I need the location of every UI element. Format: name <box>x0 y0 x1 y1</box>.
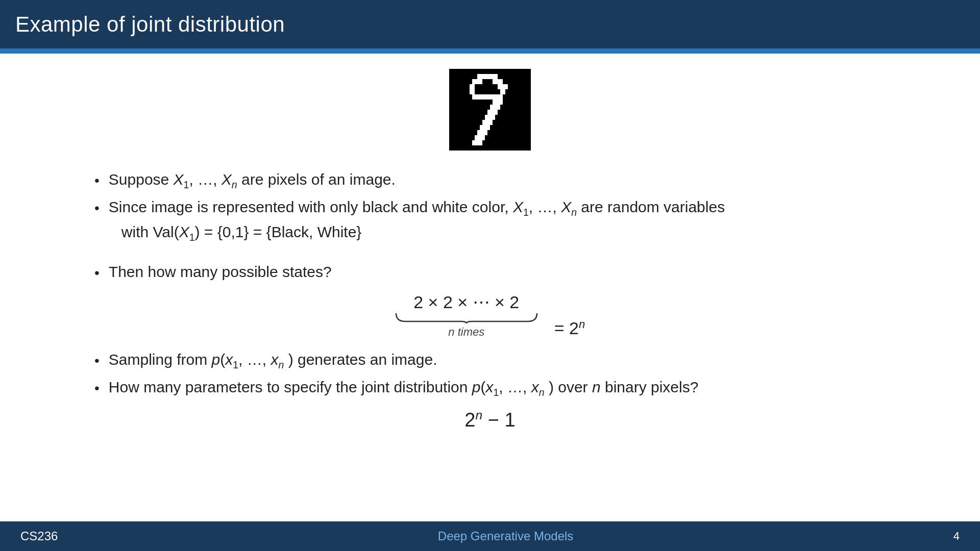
svg-rect-30 <box>480 125 485 130</box>
svg-rect-31 <box>485 125 490 130</box>
svg-rect-23 <box>495 105 500 110</box>
bullet-4: • Sampling from p(x1, …, xn ) generates … <box>94 348 886 372</box>
svg-rect-15 <box>477 94 482 99</box>
svg-rect-28 <box>482 120 487 125</box>
svg-rect-21 <box>498 99 503 105</box>
svg-rect-16 <box>482 94 487 99</box>
bullet-text-4: Sampling from p(x1, …, xn ) generates an… <box>109 348 437 372</box>
svg-rect-35 <box>480 135 485 140</box>
formula-product: 2 × 2 × ⋯ × 2 <box>413 292 519 312</box>
svg-rect-33 <box>482 130 487 135</box>
bullet-1: • Suppose X1, …, Xn are pixels of an ima… <box>94 168 886 192</box>
svg-rect-13 <box>500 89 505 94</box>
formula-states: 2 × 2 × ⋯ × 2 n times = 2n <box>94 292 886 339</box>
svg-rect-19 <box>498 94 503 99</box>
svg-rect-8 <box>498 79 503 84</box>
bullet-dot-3: • <box>94 262 100 284</box>
bullet-5: • How many parameters to specify the joi… <box>94 375 886 400</box>
svg-rect-36 <box>472 140 477 145</box>
svg-rect-18 <box>493 94 498 99</box>
svg-rect-14 <box>472 94 477 99</box>
svg-rect-37 <box>477 140 482 145</box>
bullet-2: • Since image is represented with only b… <box>94 195 886 245</box>
underbrace-formula: 2 × 2 × ⋯ × 2 n times <box>395 292 538 339</box>
bullet-dot-2: • <box>94 197 100 219</box>
svg-rect-10 <box>498 84 503 89</box>
bullet-text-1: Suppose X1, …, Xn are pixels of an image… <box>109 168 396 192</box>
svg-rect-34 <box>475 135 480 140</box>
bullet-dot-1: • <box>94 170 100 191</box>
svg-rect-5 <box>472 79 477 84</box>
bullet-dot-4: • <box>94 350 100 371</box>
svg-rect-22 <box>490 105 495 110</box>
bullet-text-5: How many parameters to specify the joint… <box>109 375 699 400</box>
svg-rect-12 <box>470 89 475 94</box>
slide-footer: CS236 Deep Generative Models 4 <box>0 521 980 551</box>
main-content: • Suppose X1, …, Xn are pixels of an ima… <box>0 54 980 521</box>
underbrace-svg <box>395 312 538 323</box>
svg-rect-32 <box>477 130 482 135</box>
formula-equals: = 2n <box>554 318 585 338</box>
svg-rect-25 <box>493 110 498 115</box>
accent-bar <box>0 48 980 54</box>
svg-rect-20 <box>493 99 498 105</box>
svg-rect-24 <box>487 110 493 115</box>
svg-rect-27 <box>490 115 495 120</box>
slide-title: Example of joint distribution <box>15 12 285 37</box>
mnist-image-container <box>449 69 531 153</box>
svg-rect-6 <box>477 79 482 84</box>
slide-header: Example of joint distribution <box>0 0 980 48</box>
bullet-3: • Then how many possible states? <box>94 260 886 284</box>
svg-rect-29 <box>487 120 493 125</box>
svg-rect-9 <box>470 84 475 89</box>
bullet-dot-5: • <box>94 378 100 399</box>
slide: Example of joint distribution <box>0 0 980 551</box>
bullet-text-3: Then how many possible states? <box>109 260 332 283</box>
svg-rect-4 <box>493 74 498 79</box>
svg-rect-3 <box>487 74 493 79</box>
footer-course: CS236 <box>20 529 58 543</box>
bullet-text-2: Since image is represented with only bla… <box>109 195 725 245</box>
svg-rect-1 <box>477 74 482 79</box>
svg-rect-2 <box>482 74 487 79</box>
spacer-1 <box>94 248 886 260</box>
formula-n-times: n times <box>448 325 484 339</box>
footer-page: 4 <box>953 530 960 543</box>
svg-rect-11 <box>503 84 508 89</box>
svg-rect-26 <box>485 115 490 120</box>
svg-rect-7 <box>493 79 498 84</box>
footer-title: Deep Generative Models <box>438 529 573 543</box>
bullets-container: • Suppose X1, …, Xn are pixels of an ima… <box>94 168 886 431</box>
formula-final: 2n − 1 <box>94 408 886 431</box>
svg-rect-17 <box>487 94 493 99</box>
mnist-digit-image <box>449 69 531 151</box>
